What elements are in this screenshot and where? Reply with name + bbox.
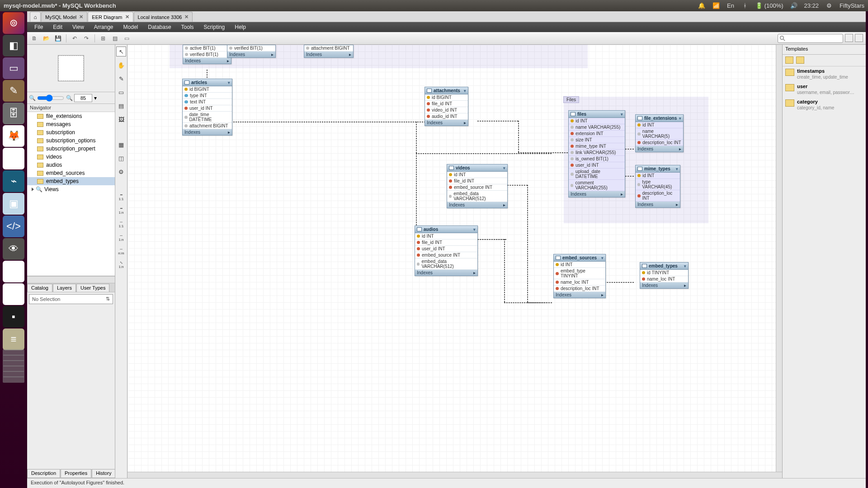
toggle-right-panel[interactable]	[855, 34, 863, 42]
table-tool[interactable]: ▦	[116, 140, 126, 150]
toggle-left-panel[interactable]	[845, 34, 853, 42]
canvas-vscroll[interactable]	[776, 45, 782, 472]
wifi-icon[interactable]: 📶	[712, 2, 720, 10]
launcher-firefox[interactable]: 🦊	[3, 125, 24, 147]
launcher-terminal[interactable]: ▪	[3, 306, 24, 328]
launcher-overflow[interactable]	[3, 376, 24, 383]
chevron-down-icon[interactable]: ▾	[621, 112, 623, 117]
tab-catalog[interactable]: Catalog	[27, 284, 52, 292]
table-videos[interactable]: videos▾ id INT file_id INT embed_source …	[447, 164, 508, 208]
launcher-stack[interactable]: ≡	[3, 328, 24, 350]
notation-button[interactable]: ▭	[122, 34, 131, 43]
minimap[interactable]	[27, 45, 115, 92]
zoom-in-icon[interactable]: 🔍	[66, 95, 72, 101]
menu-help[interactable]: Help	[230, 23, 250, 31]
tab-history[interactable]: History	[92, 469, 115, 478]
zoom-out-icon[interactable]: 🔍	[29, 95, 35, 101]
zoom-dropdown-icon[interactable]: ▾	[94, 95, 97, 101]
layer-tool[interactable]: ▭	[116, 87, 126, 97]
table-fragment[interactable]: attachment BIGINT Indexes▸	[304, 45, 354, 58]
chevron-down-icon[interactable]: ▾	[676, 167, 678, 171]
home-tab[interactable]: ⌂	[30, 12, 41, 22]
launcher-files[interactable]: 🗄	[3, 103, 24, 124]
tab-description[interactable]: Description	[27, 469, 60, 478]
menu-model[interactable]: Model	[119, 23, 143, 31]
catalog-hscroll[interactable]	[27, 276, 115, 283]
notification-icon[interactable]: 🔔	[698, 2, 706, 10]
menu-tools[interactable]: Tools	[177, 23, 198, 31]
note-tool[interactable]: ▤	[116, 101, 126, 111]
table-articles[interactable]: articles▾ id BIGINT type INT text INT us…	[182, 79, 232, 136]
catalog-item[interactable]: subscription_propert	[27, 145, 115, 153]
table-mime-types[interactable]: mime_types▾ id INT type VARCHAR(45) desc…	[635, 165, 680, 208]
redo-button[interactable]: ↷	[82, 34, 91, 43]
eer-canvas[interactable]: Files active BIT(1) verified	[127, 45, 782, 478]
username-indicator[interactable]: FiftyStars	[840, 2, 864, 9]
launcher-monitor[interactable]: 👁	[3, 238, 24, 260]
template-item[interactable]: userusername, email, passwor…	[783, 82, 866, 97]
zoom-slider[interactable]	[37, 94, 64, 102]
catalog-views[interactable]: 🔍Views	[27, 185, 115, 193]
launcher-app-1[interactable]: ◧	[3, 35, 24, 56]
chevron-down-icon[interactable]: ▾	[503, 166, 505, 170]
tab-mysql-model[interactable]: MySQL Model✕	[41, 12, 87, 22]
table-file-extensions[interactable]: file_extensions▾ id INT name VARCHAR(5) …	[635, 114, 684, 152]
language-indicator[interactable]: En	[726, 2, 735, 10]
tab-eer-diagram[interactable]: EER Diagram✕	[88, 12, 133, 22]
table-fragment[interactable]: verified BIT(1) Indexes▸	[227, 45, 276, 58]
catalog-tree[interactable]: file_extensions messages subscription su…	[27, 112, 115, 276]
selection-dropdown[interactable]: No Selection⇅	[29, 294, 113, 304]
chevron-down-icon[interactable]: ▾	[473, 227, 476, 232]
menu-file[interactable]: File	[30, 23, 47, 31]
undo-button[interactable]: ↶	[70, 34, 79, 43]
grid-toggle-button[interactable]: ⊞	[99, 34, 108, 43]
table-fragment[interactable]: active BIT(1) verified BIT(1) Indexes▸	[183, 45, 231, 64]
rel-existing[interactable]: ⤡1:n	[116, 260, 126, 270]
template-open-icon[interactable]	[796, 56, 804, 64]
eraser-tool[interactable]: ✎	[116, 74, 126, 84]
launcher-app-2[interactable]: ▭	[3, 57, 24, 79]
template-item[interactable]: categorycategory_id, name	[783, 97, 866, 113]
catalog-item[interactable]: subscription_options	[27, 136, 115, 145]
tab-properties[interactable]: Properties	[61, 469, 91, 478]
menu-view[interactable]: View	[68, 23, 89, 31]
catalog-item[interactable]: messages	[27, 120, 115, 128]
chevron-down-icon[interactable]: ▾	[679, 116, 681, 121]
launcher-text-editor[interactable]: ✎	[3, 80, 24, 102]
rel-1-1[interactable]: ─1:1	[116, 219, 126, 229]
table-attachments[interactable]: attachments▾ id BIGINT file_id INT video…	[425, 87, 468, 126]
launcher-workbench[interactable]: ⌁	[3, 170, 24, 192]
template-item[interactable]: timestampscreate_time, update_time	[783, 66, 866, 82]
table-audios[interactable]: audios▾ id INT file_id INT user_id INT e…	[415, 225, 478, 276]
chevron-down-icon[interactable]: ▾	[228, 80, 230, 85]
catalog-item[interactable]: subscription	[27, 128, 115, 136]
image-tool[interactable]: 🖼	[116, 114, 126, 124]
launcher-document[interactable]: ≣	[3, 261, 24, 282]
canvas-hscroll[interactable]	[127, 472, 782, 478]
table-files[interactable]: files▾ id INT name VARCHAR(255) extensio…	[568, 110, 625, 197]
rel-1-n-non[interactable]: ━1:n	[116, 206, 126, 216]
bluetooth-icon[interactable]: ᚼ	[741, 2, 749, 10]
rel-1-1-non[interactable]: ━1:1	[116, 192, 126, 202]
menu-arrange[interactable]: Arrange	[90, 23, 118, 31]
search-input[interactable]	[778, 34, 843, 43]
view-tool[interactable]: ◫	[116, 153, 126, 163]
close-icon[interactable]: ✕	[184, 14, 189, 20]
tab-local-instance[interactable]: Local instance 3306✕	[134, 12, 193, 22]
dash-icon[interactable]: ⊚	[3, 12, 24, 34]
template-new-icon[interactable]	[785, 56, 793, 64]
tab-usertypes[interactable]: User Types	[76, 284, 109, 292]
chevron-down-icon[interactable]: ▾	[684, 264, 686, 268]
catalog-item[interactable]: videos	[27, 153, 115, 161]
clock[interactable]: 23:22	[804, 2, 819, 9]
close-icon[interactable]: ✕	[125, 14, 129, 20]
launcher-virtualbox[interactable]: ▣	[3, 193, 24, 215]
chevron-down-icon[interactable]: ▾	[464, 89, 466, 93]
table-embed-types[interactable]: embed_types▾ id TINYINT name_loc INT Ind…	[640, 262, 689, 289]
catalog-item[interactable]: embed_sources	[27, 169, 115, 177]
launcher-ide[interactable]: </>	[3, 216, 24, 237]
zoom-value[interactable]: 85	[74, 94, 92, 102]
rel-1-n[interactable]: ─1:n	[116, 233, 126, 243]
system-gear-icon[interactable]: ⚙	[825, 2, 833, 10]
catalog-item[interactable]: embed_types	[27, 177, 115, 185]
